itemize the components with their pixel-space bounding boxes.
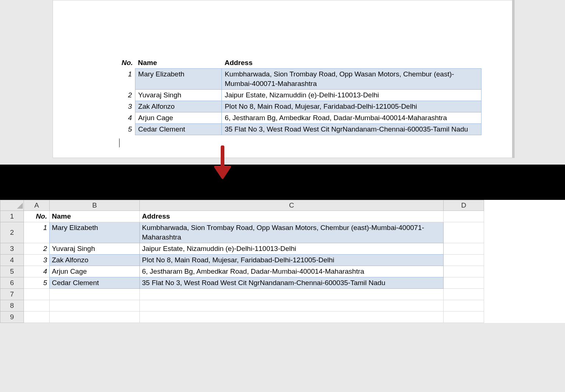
row-header[interactable]: 9 (0, 312, 24, 323)
spreadsheet-row: 5 4 Arjun Cage 6, Jestharam Bg, Ambedkar… (0, 266, 484, 277)
cell-no: 5 (114, 124, 135, 135)
cell-b8[interactable] (50, 300, 140, 312)
cell-name: Zak Alfonzo (135, 101, 221, 112)
spreadsheet-row: 1 No. Name Address (0, 211, 484, 222)
row-header[interactable]: 4 (0, 255, 24, 266)
cell-no: 1 (114, 69, 135, 90)
cell-address: Kumbharwada, Sion Trombay Road, Opp Wasa… (221, 69, 481, 90)
spreadsheet-row: 9 (0, 312, 484, 323)
row-header[interactable]: 5 (0, 266, 24, 277)
cell-c6[interactable]: 35 Flat No 3, West Road West Cit NgrNand… (140, 277, 444, 289)
cell-c4[interactable]: Plot No 8, Main Road, Mujesar, Faridabad… (140, 255, 444, 266)
source-table-row: 4 Arjun Cage 6, Jestharam Bg, Ambedkar R… (114, 112, 482, 124)
cell-name: Cedar Clement (135, 124, 221, 135)
source-table-row: 5 Cedar Clement 35 Flat No 3, West Road … (114, 124, 482, 135)
cell-c7[interactable] (140, 289, 444, 300)
col-header-d[interactable]: D (444, 200, 484, 211)
cell-b3[interactable]: Yuvaraj Singh (50, 243, 140, 255)
cell-b9[interactable] (50, 312, 140, 323)
col-header-address: Address (221, 57, 481, 69)
separator-band (0, 165, 565, 200)
spreadsheet-row: 6 5 Cedar Clement 35 Flat No 3, West Roa… (0, 277, 484, 289)
row-header[interactable]: 1 (0, 211, 24, 222)
cell-d9[interactable] (444, 312, 484, 323)
cell-a3[interactable]: 2 (24, 243, 50, 255)
cell-name: Arjun Cage (135, 112, 221, 124)
cell-d7[interactable] (444, 289, 484, 300)
cell-address: 35 Flat No 3, West Road West Cit NgrNand… (221, 124, 481, 135)
row-header[interactable]: 3 (0, 243, 24, 255)
row-header[interactable]: 6 (0, 277, 24, 289)
spreadsheet-row: 2 1 Mary Elizabeth Kumbharwada, Sion Tro… (0, 222, 484, 243)
cell-a7[interactable] (24, 289, 50, 300)
cell-a9[interactable] (24, 312, 50, 323)
cell-b7[interactable] (50, 289, 140, 300)
arrow-down-icon (210, 145, 235, 182)
spreadsheet-grid[interactable]: A B C D 1 No. Name Address 2 1 Mary Eliz… (0, 200, 484, 323)
cell-b1[interactable]: Name (50, 211, 140, 222)
spreadsheet-row: 3 2 Yuvaraj Singh Jaipur Estate, Nizamud… (0, 243, 484, 255)
cell-a4[interactable]: 3 (24, 255, 50, 266)
cell-a6[interactable]: 5 (24, 277, 50, 289)
cell-no: 3 (114, 101, 135, 112)
cell-a8[interactable] (24, 300, 50, 312)
col-header-b[interactable]: B (50, 200, 140, 211)
cell-c8[interactable] (140, 300, 444, 312)
cell-a2[interactable]: 1 (24, 222, 50, 243)
cell-address: 6, Jestharam Bg, Ambedkar Road, Dadar-Mu… (221, 112, 481, 124)
spreadsheet-row: 8 (0, 300, 484, 312)
cell-no: 2 (114, 90, 135, 101)
col-header-c[interactable]: C (140, 200, 444, 211)
cell-d6[interactable] (444, 277, 484, 289)
cell-c9[interactable] (140, 312, 444, 323)
cell-d3[interactable] (444, 243, 484, 255)
cell-d5[interactable] (444, 266, 484, 277)
row-header[interactable]: 8 (0, 300, 24, 312)
cell-no: 4 (114, 112, 135, 124)
cell-address: Jaipur Estate, Nizamuddin (e)-Delhi-1100… (221, 90, 481, 101)
col-header-no: No. (114, 57, 135, 69)
col-header-name: Name (135, 57, 221, 69)
cell-name: Mary Elizabeth (135, 69, 221, 90)
spreadsheet: A B C D 1 No. Name Address 2 1 Mary Eliz… (0, 200, 565, 323)
document-canvas: No. Name Address 1 Mary Elizabeth Kumbha… (0, 0, 565, 165)
cell-a5[interactable]: 4 (24, 266, 50, 277)
document-page: No. Name Address 1 Mary Elizabeth Kumbha… (53, 0, 512, 158)
col-header-a[interactable]: A (24, 200, 50, 211)
source-table: No. Name Address 1 Mary Elizabeth Kumbha… (114, 57, 482, 135)
source-table-row: 2 Yuvaraj Singh Jaipur Estate, Nizamuddi… (114, 90, 482, 101)
cell-d2[interactable] (444, 222, 484, 243)
spreadsheet-row: 7 (0, 289, 484, 300)
cell-name: Yuvaraj Singh (135, 90, 221, 101)
select-all-corner[interactable] (0, 200, 24, 211)
cell-d4[interactable] (444, 255, 484, 266)
spreadsheet-row: 4 3 Zak Alfonzo Plot No 8, Main Road, Mu… (0, 255, 484, 266)
row-header[interactable]: 7 (0, 289, 24, 300)
cell-b6[interactable]: Cedar Clement (50, 277, 140, 289)
source-table-row: 1 Mary Elizabeth Kumbharwada, Sion Tromb… (114, 69, 482, 90)
source-table-header-row: No. Name Address (114, 57, 482, 69)
cell-b4[interactable]: Zak Alfonzo (50, 255, 140, 266)
source-table-row: 3 Zak Alfonzo Plot No 8, Main Road, Muje… (114, 101, 482, 112)
column-header-row: A B C D (0, 200, 484, 211)
cell-c5[interactable]: 6, Jestharam Bg, Ambedkar Road, Dadar-Mu… (140, 266, 444, 277)
text-cursor (119, 139, 120, 147)
cell-c2[interactable]: Kumbharwada, Sion Trombay Road, Opp Wasa… (140, 222, 444, 243)
cell-a1[interactable]: No. (24, 211, 50, 222)
cell-d1[interactable] (444, 211, 484, 222)
row-header[interactable]: 2 (0, 222, 24, 243)
cell-b5[interactable]: Arjun Cage (50, 266, 140, 277)
cell-d8[interactable] (444, 300, 484, 312)
cell-c3[interactable]: Jaipur Estate, Nizamuddin (e)-Delhi-1100… (140, 243, 444, 255)
cell-address: Plot No 8, Main Road, Mujesar, Faridabad… (221, 101, 481, 112)
cell-c1[interactable]: Address (140, 211, 444, 222)
cell-b2[interactable]: Mary Elizabeth (50, 222, 140, 243)
